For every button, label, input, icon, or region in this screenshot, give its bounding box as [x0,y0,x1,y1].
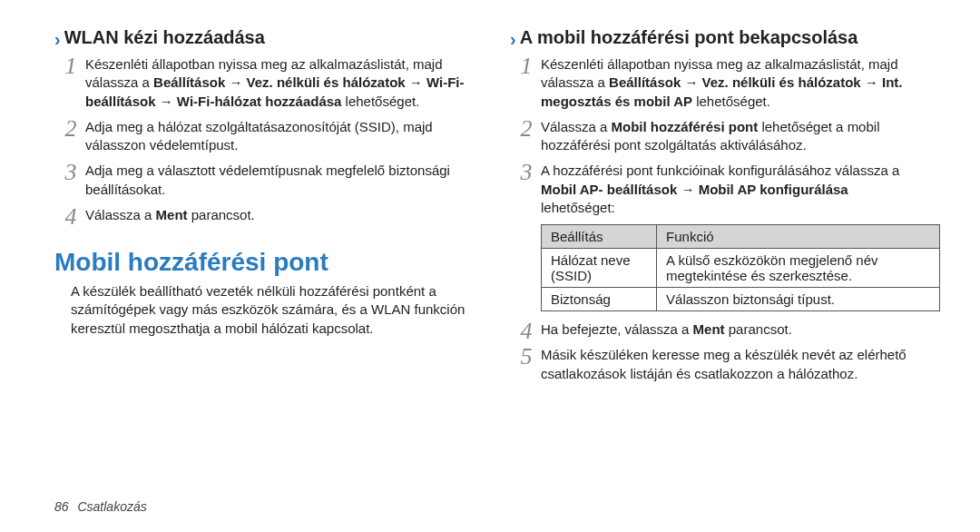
right-step-1: Készenléti állapotban nyissa meg az alka… [510,55,926,111]
left-column: ›WLAN kézi hozzáadása Készenléti állapot… [54,27,470,390]
chevron-icon: › [54,29,61,49]
right-step-3: A hozzáférési pont funkcióinak konfigurá… [510,162,926,217]
section-name: Csatlakozás [77,499,146,514]
table-row: Biztonság Válasszon biztonsági típust. [542,288,940,311]
left-steps: Készenléti állapotban nyissa meg az alka… [54,55,470,224]
right-step-5: Másik készüléken keresse meg a készülék … [510,346,926,383]
left-step-1: Készenléti állapotban nyissa meg az alka… [54,55,470,111]
right-steps-continued: Ha befejezte, válassza a Ment parancsot.… [510,320,926,383]
heading-wlan-manual-add: ›WLAN kézi hozzáadása [54,27,470,50]
table-head-function: Funkció [657,225,940,249]
right-step-2: Válassza a Mobil hozzáférési pont lehető… [510,118,926,155]
heading-text: A mobil hozzáférési pont bekapcsolása [520,27,858,47]
page-number: 86 [54,499,69,514]
settings-table: Beállítás Funkció Hálózat neve (SSID) A … [541,224,940,311]
left-step-4: Válassza a Ment parancsot. [54,206,470,224]
right-column: ›A mobil hozzáférési pont bekapcsolása K… [510,27,926,390]
heading-text: WLAN kézi hozzáadása [64,27,265,47]
left-step-3: Adja meg a választott védelemtípusnak me… [54,162,470,199]
right-step-4: Ha befejezte, válassza a Ment parancsot. [510,320,926,339]
heading-mobile-hotspot: Mobil hozzáférési pont [54,248,470,277]
page-footer: 86 Csatlakozás [54,499,147,514]
hotspot-intro-paragraph: A készülék beállítható vezeték nélküli h… [71,282,470,338]
table-head-setting: Beállítás [542,225,657,249]
chevron-icon: › [510,29,516,49]
heading-enable-hotspot: ›A mobil hozzáférési pont bekapcsolása [510,27,926,50]
left-step-2: Adja meg a hálózat szolgáltatásazonosító… [54,118,470,155]
table-row: Hálózat neve (SSID) A külső eszközökön m… [542,249,940,288]
right-steps: Készenléti állapotban nyissa meg az alka… [510,55,926,217]
